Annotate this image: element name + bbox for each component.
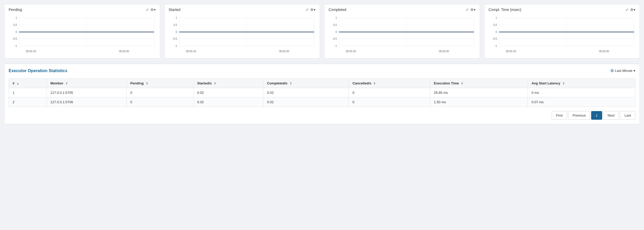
col-started-s-label: Started/s bbox=[197, 81, 212, 85]
completed-chart-controls: ⤢ ⚙▾ bbox=[466, 8, 476, 12]
started-chart-card: Started ⤢ ⚙▾ 1 0.5 0 bbox=[164, 4, 320, 59]
cell-row2-completed-s: 0.02 bbox=[263, 97, 349, 107]
col-header-completed-s[interactable]: Completed/s ⇕ bbox=[263, 79, 349, 88]
svg-text:-0.5: -0.5 bbox=[13, 37, 17, 40]
previous-page-button[interactable]: Previous bbox=[568, 111, 590, 120]
svg-text:1: 1 bbox=[336, 16, 337, 19]
col-header-started-s[interactable]: Started/s ⇕ bbox=[193, 79, 263, 88]
svg-text:0: 0 bbox=[176, 30, 177, 33]
stats-filter-button[interactable]: ⚙ Last Minute ▾ bbox=[610, 68, 635, 73]
completed-chart-svg: 1 0.5 0 -0.5 -1 08:55:30 08:56:00 bbox=[329, 14, 476, 56]
started-chart-area: 1 0.5 0 -0.5 -1 08:55:30 08:56:00 bbox=[169, 14, 316, 56]
col-header-avg-start-latency[interactable]: Avg Start Latency ⇕ bbox=[528, 79, 635, 88]
compltime-expand-icon[interactable]: ⤢ bbox=[625, 8, 629, 12]
pending-chart-controls: ⤢ ⚙▾ bbox=[146, 8, 156, 12]
cell-row1-member: 127.0.0.1:5705 bbox=[47, 88, 127, 97]
col-pending-label: Pending bbox=[130, 81, 144, 85]
pending-chart-header: Pending ⤢ ⚙▾ bbox=[9, 8, 156, 12]
col-execution-time-sort-icon: ⇕ bbox=[461, 82, 463, 85]
cell-row2-avg-start-latency: 0.07 ms bbox=[528, 97, 635, 107]
first-page-button[interactable]: First bbox=[552, 111, 567, 120]
col-started-s-sort-icon: ⇕ bbox=[214, 82, 216, 85]
started-chart-header: Started ⤢ ⚙▾ bbox=[169, 8, 316, 12]
col-header-cancelled-s[interactable]: Cancelled/s ⇕ bbox=[349, 79, 430, 88]
svg-text:-1: -1 bbox=[335, 44, 337, 47]
completed-chart-header: Completed ⤢ ⚙▾ bbox=[329, 8, 476, 12]
col-header-num[interactable]: # ▲ bbox=[9, 79, 47, 88]
started-expand-icon[interactable]: ⤢ bbox=[306, 8, 309, 12]
completed-settings-icon[interactable]: ⚙▾ bbox=[470, 8, 476, 12]
compltime-chart-card: Compl. Time (msec) ⤢ ⚙▾ 1 0.5 bbox=[484, 4, 640, 59]
svg-text:-0.5: -0.5 bbox=[492, 37, 497, 40]
svg-text:-1: -1 bbox=[175, 44, 177, 47]
svg-text:08:56:00: 08:56:00 bbox=[599, 50, 609, 53]
col-cancelled-s-label: Cancelled/s bbox=[352, 81, 371, 85]
pending-chart-card: Pending ⤢ ⚙▾ bbox=[4, 4, 160, 59]
col-header-execution-time[interactable]: Execution Time ⇕ bbox=[430, 79, 528, 88]
table-row: 1 127.0.0.1:5705 0 0.02 0.02 0 28.85 ms … bbox=[9, 88, 635, 97]
compltime-settings-icon[interactable]: ⚙▾ bbox=[630, 8, 635, 12]
svg-text:0: 0 bbox=[16, 30, 17, 33]
svg-text:08:55:30: 08:55:30 bbox=[506, 50, 516, 53]
col-member-label: Member bbox=[50, 81, 64, 85]
svg-text:08:55:30: 08:55:30 bbox=[346, 50, 356, 53]
col-header-pending[interactable]: Pending ⇕ bbox=[127, 79, 194, 88]
col-num-label: # bbox=[13, 81, 14, 85]
cell-row2-num: 2 bbox=[9, 97, 47, 107]
col-num-sort-icon: ▲ bbox=[16, 82, 19, 85]
col-avg-start-latency-sort-icon: ⇕ bbox=[562, 82, 565, 85]
stats-table-body: 1 127.0.0.1:5705 0 0.02 0.02 0 28.85 ms … bbox=[9, 88, 635, 107]
svg-text:0.5: 0.5 bbox=[493, 24, 497, 26]
cell-row2-pending: 0 bbox=[127, 97, 194, 107]
compltime-chart-svg: 1 0.5 0 -0.5 -1 08:55:30 08:56:00 bbox=[489, 14, 636, 56]
cell-row1-execution-time: 28.85 ms bbox=[430, 88, 528, 97]
pending-settings-icon[interactable]: ⚙▾ bbox=[150, 8, 156, 12]
col-pending-sort-icon: ⇕ bbox=[146, 82, 148, 85]
col-completed-s-label: Completed/s bbox=[267, 81, 287, 85]
cell-row1-cancelled-s: 0 bbox=[349, 88, 430, 97]
main-container: Pending ⤢ ⚙▾ bbox=[0, 0, 644, 128]
table-row: 2 127.0.0.1:5706 0 0.02 0.02 0 1.50 ms 0… bbox=[9, 97, 635, 107]
cell-row1-completed-s: 0.02 bbox=[263, 88, 349, 97]
current-page-button[interactable]: 1 bbox=[591, 111, 602, 120]
cell-row1-num: 1 bbox=[9, 88, 47, 97]
compltime-chart-controls: ⤢ ⚙▾ bbox=[625, 8, 635, 12]
pending-chart-area: 1 0.5 0 -0.5 -1 08:55:30 08:56:00 bbox=[9, 14, 156, 56]
compltime-chart-area: 1 0.5 0 -0.5 -1 08:55:30 08:56:00 bbox=[489, 14, 636, 56]
last-page-button[interactable]: Last bbox=[620, 111, 635, 120]
compltime-chart-title: Compl. Time (msec) bbox=[489, 8, 521, 12]
svg-text:-0.5: -0.5 bbox=[332, 37, 337, 40]
completed-chart-title: Completed bbox=[329, 8, 346, 12]
pending-expand-icon[interactable]: ⤢ bbox=[146, 8, 149, 12]
stats-table-head: # ▲ Member ⇕ Pending ⇕ Started/s ⇕ bbox=[9, 79, 635, 88]
cell-row2-member: 127.0.0.1:5706 bbox=[47, 97, 127, 107]
stats-table: # ▲ Member ⇕ Pending ⇕ Started/s ⇕ bbox=[9, 78, 635, 107]
svg-text:08:56:00: 08:56:00 bbox=[279, 50, 289, 53]
pagination: First Previous 1 Next Last bbox=[9, 111, 635, 120]
svg-text:0: 0 bbox=[336, 30, 337, 33]
col-execution-time-label: Execution Time bbox=[434, 81, 459, 85]
svg-text:1: 1 bbox=[176, 16, 177, 19]
completed-chart-card: Completed ⤢ ⚙▾ 1 0.5 bbox=[324, 4, 480, 59]
stats-dropdown-icon: ▾ bbox=[634, 69, 635, 73]
col-member-sort-icon: ⇕ bbox=[65, 82, 68, 85]
charts-row: Pending ⤢ ⚙▾ bbox=[4, 4, 640, 59]
cell-row1-avg-start-latency: 0 ms bbox=[528, 88, 635, 97]
started-chart-svg: 1 0.5 0 -0.5 -1 08:55:30 08:56:00 bbox=[169, 14, 316, 56]
stats-table-header-row: # ▲ Member ⇕ Pending ⇕ Started/s ⇕ bbox=[9, 79, 635, 88]
stats-header: Executor Operation Statistics ⚙ Last Min… bbox=[9, 68, 635, 73]
svg-text:08:55:30: 08:55:30 bbox=[186, 50, 196, 53]
stats-gear-icon: ⚙ bbox=[610, 68, 614, 73]
svg-text:08:56:00: 08:56:00 bbox=[439, 50, 449, 53]
svg-text:0.5: 0.5 bbox=[13, 24, 17, 26]
next-page-button[interactable]: Next bbox=[603, 111, 619, 120]
svg-text:0: 0 bbox=[495, 30, 497, 33]
cell-row1-pending: 0 bbox=[127, 88, 194, 97]
col-header-member[interactable]: Member ⇕ bbox=[47, 79, 127, 88]
cell-row2-started-s: 0.02 bbox=[193, 97, 263, 107]
col-completed-s-sort-icon: ⇕ bbox=[290, 82, 292, 85]
completed-expand-icon[interactable]: ⤢ bbox=[466, 8, 469, 12]
started-settings-icon[interactable]: ⚙▾ bbox=[310, 8, 315, 12]
svg-text:-1: -1 bbox=[495, 44, 497, 47]
svg-text:-0.5: -0.5 bbox=[172, 37, 177, 40]
